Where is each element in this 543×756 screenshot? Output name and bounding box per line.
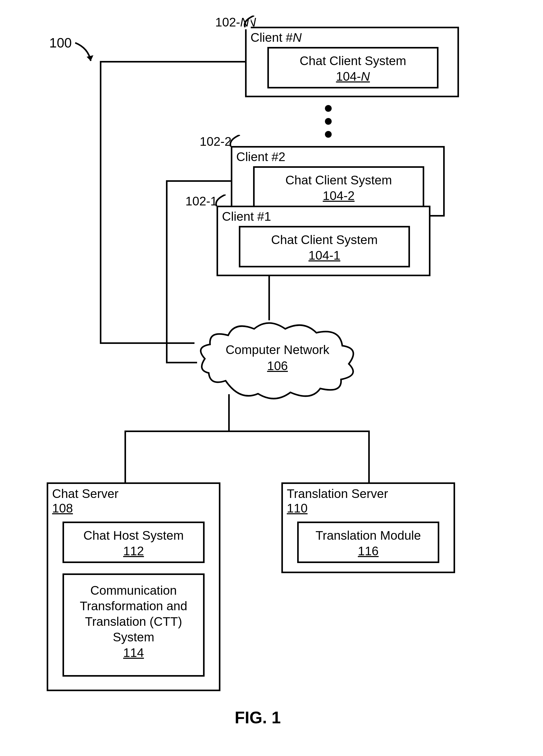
translation-server-title: Translation Server <box>287 487 388 501</box>
client-1-ref-label: 102-1 <box>185 194 217 208</box>
translation-module-box: Translation Module 116 <box>297 522 439 563</box>
client-1-box: Client #1 Chat Client System 104-1 <box>217 206 430 276</box>
client-n-inner-label: Chat Client System 104-N <box>269 48 437 84</box>
leader-line-icon <box>228 135 252 153</box>
network-label: Computer Network 106 <box>223 342 332 374</box>
svg-marker-0 <box>87 55 93 61</box>
figure-caption: FIG. 1 <box>235 708 281 727</box>
svg-point-2 <box>325 118 332 125</box>
chat-server-box: Chat Server 108 Chat Host System 112 Com… <box>47 482 220 691</box>
translation-module-label: Translation Module 116 <box>299 523 438 559</box>
leader-line-icon <box>242 16 266 34</box>
client-2-inner-label: Chat Client System 104-2 <box>255 168 423 204</box>
client-n-box: Client #N Chat Client System 104-N <box>245 27 459 97</box>
translation-server-box: Translation Server 110 Translation Modul… <box>281 482 455 573</box>
client-2-inner-box: Chat Client System 104-2 <box>253 166 424 208</box>
client-2-ref-label: 102-2 <box>200 134 232 149</box>
ctt-box: Communication Transformation and Transla… <box>62 573 205 677</box>
leader-line-icon <box>214 195 237 213</box>
svg-point-3 <box>325 131 332 138</box>
client-1-inner-box: Chat Client System 104-1 <box>239 226 410 267</box>
figure-reference-100: 100 <box>49 35 72 51</box>
svg-point-1 <box>325 105 332 112</box>
client-1-inner-label: Chat Client System 104-1 <box>240 227 408 263</box>
pointer-arrow-icon <box>73 40 104 71</box>
chat-host-label: Chat Host System 112 <box>64 523 203 559</box>
chat-server-title: Chat Server <box>52 487 119 501</box>
chat-host-box: Chat Host System 112 <box>62 522 205 563</box>
ellipsis-vertical-icon <box>323 104 333 143</box>
ctt-label: Communication Transformation and Transla… <box>64 575 203 661</box>
chat-server-ref: 108 <box>52 501 73 515</box>
client-n-inner-box: Chat Client System 104-N <box>267 47 438 88</box>
translation-server-ref: 110 <box>287 501 308 515</box>
